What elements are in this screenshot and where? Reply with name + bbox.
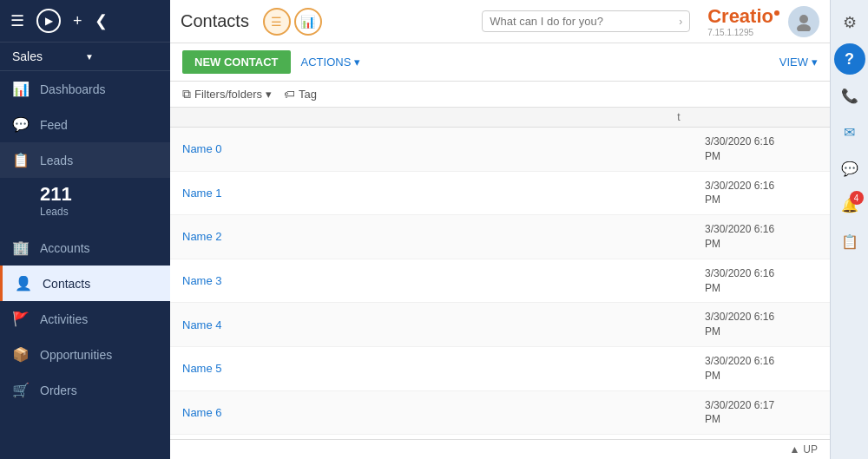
up-arrow-icon: ▲ xyxy=(789,443,799,456)
scroll-up-bar: ▲ UP xyxy=(170,439,830,459)
filter-icon: ⧉ xyxy=(182,87,191,102)
search-box[interactable]: › xyxy=(482,10,690,32)
avatar[interactable] xyxy=(788,6,819,37)
sidebar-item-leads[interactable]: 📋 Leads xyxy=(0,142,170,178)
list-button[interactable]: 📋 xyxy=(834,226,865,257)
col-t-header: t xyxy=(653,111,705,123)
sidebar-item-accounts[interactable]: 🏢 Accounts xyxy=(0,230,170,266)
main-content: Contacts ☰ 📊 › Creatio 7.15.1.1295 NEW C… xyxy=(170,0,830,459)
filter-chevron-icon: ▾ xyxy=(266,88,272,101)
row-date: 3/30/2020 6:17PM xyxy=(705,398,818,428)
collapse-button[interactable]: ❮ xyxy=(95,11,108,30)
hamburger-button[interactable]: ☰ xyxy=(10,11,24,30)
right-panel: ⚙ ? 📞 ✉ 💬 🔔 4 📋 xyxy=(830,0,868,459)
add-button[interactable]: + xyxy=(73,12,82,30)
table-header: t xyxy=(170,108,830,128)
sidebar-item-contacts[interactable]: 👤 Contacts xyxy=(0,266,170,301)
svg-point-1 xyxy=(797,24,811,31)
filters-label: Filters/folders xyxy=(194,88,262,101)
view-button[interactable]: VIEW ▾ xyxy=(779,56,818,69)
row-name: Name 6 xyxy=(182,406,653,419)
filterbar: ⧉ Filters/folders ▾ 🏷 Tag xyxy=(170,82,830,108)
row-name: Name 0 xyxy=(182,142,653,155)
sidebar-item-label: Feed xyxy=(40,118,68,132)
phone-button[interactable]: 📞 xyxy=(834,80,865,111)
creatio-logo: Creatio 7.15.1.1295 xyxy=(707,5,779,37)
chart-view-button[interactable]: 📊 xyxy=(294,8,322,36)
table-row[interactable]: Name 0 3/30/2020 6:16PM xyxy=(170,128,830,172)
mail-button[interactable]: ✉ xyxy=(834,116,865,148)
view-chevron-icon: ▾ xyxy=(812,56,818,69)
tag-icon: 🏷 xyxy=(284,88,295,101)
contacts-icon: 👤 xyxy=(15,275,32,292)
row-name: Name 3 xyxy=(182,274,653,287)
row-name: Name 4 xyxy=(182,318,653,331)
row-date: 3/30/2020 6:16PM xyxy=(705,310,818,339)
row-date: 3/30/2020 6:16PM xyxy=(705,134,818,164)
feed-icon: 💬 xyxy=(12,116,30,133)
sidebar: ☰ ▶ + ❮ Sales ▼ 📊 Dashboards 💬 Feed 📋 Le… xyxy=(0,0,170,459)
page-title: Contacts xyxy=(181,11,249,31)
topbar: Contacts ☰ 📊 › Creatio 7.15.1.1295 xyxy=(170,0,830,43)
help-button[interactable]: ? xyxy=(834,43,865,75)
row-name: Name 2 xyxy=(182,230,653,243)
dashboards-icon: 📊 xyxy=(12,81,30,97)
sidebar-item-label: Opportunities xyxy=(40,348,112,362)
play-button[interactable]: ▶ xyxy=(36,9,61,33)
opportunities-icon: 📦 xyxy=(12,346,30,363)
sidebar-item-label: Orders xyxy=(40,384,77,397)
table-row[interactable]: Name 5 3/30/2020 6:16PM xyxy=(170,347,830,391)
sales-label: Sales xyxy=(12,49,85,63)
notify-button[interactable]: 🔔 4 xyxy=(834,189,865,220)
table-row[interactable]: Name 2 3/30/2020 6:16PM xyxy=(170,215,830,259)
logo-text: Creatio xyxy=(707,5,779,28)
sales-section[interactable]: Sales ▼ xyxy=(0,43,170,71)
view-label: VIEW xyxy=(779,56,808,69)
notify-badge: 4 xyxy=(850,191,864,205)
actionbar: NEW CONTACT ACTIONS ▾ VIEW ▾ xyxy=(170,43,830,82)
sidebar-item-feed[interactable]: 💬 Feed xyxy=(0,107,170,142)
sidebar-item-orders[interactable]: 🛒 Orders xyxy=(0,372,170,408)
table-row[interactable]: Name 4 3/30/2020 6:16PM xyxy=(170,303,830,347)
version-label: 7.15.1.1295 xyxy=(707,28,753,37)
logo-o: o xyxy=(762,5,773,27)
actions-button[interactable]: ACTIONS ▾ xyxy=(301,56,361,69)
chat-button[interactable]: 💬 xyxy=(834,153,865,184)
view-toggle: ☰ 📊 xyxy=(263,8,322,36)
table-row[interactable]: Name 6 3/30/2020 6:17PM xyxy=(170,391,830,436)
leads-badge: 211 Leads xyxy=(0,178,170,230)
leads-count: 211 xyxy=(40,183,158,206)
search-input[interactable] xyxy=(490,15,679,28)
sidebar-top: ☰ ▶ + ❮ xyxy=(0,0,170,43)
actions-label: ACTIONS xyxy=(301,56,352,69)
table-row[interactable]: Name 3 3/30/2020 6:16PM xyxy=(170,259,830,304)
sidebar-item-dashboards[interactable]: 📊 Dashboards xyxy=(0,71,170,107)
new-contact-button[interactable]: NEW CONTACT xyxy=(182,50,291,74)
filters-folders-button[interactable]: ⧉ Filters/folders ▾ xyxy=(182,87,272,102)
chevron-down-icon: ▼ xyxy=(85,52,158,62)
settings-button[interactable]: ⚙ xyxy=(834,7,865,38)
sidebar-nav: 📊 Dashboards 💬 Feed 📋 Leads 211 Leads 🏢 … xyxy=(0,71,170,459)
sidebar-item-opportunities[interactable]: 📦 Opportunities xyxy=(0,337,170,372)
tag-button[interactable]: 🏷 Tag xyxy=(284,88,317,101)
activities-icon: 🚩 xyxy=(12,311,30,327)
row-date: 3/30/2020 6:16PM xyxy=(705,179,818,208)
sidebar-item-label: Contacts xyxy=(43,277,90,291)
row-date: 3/30/2020 6:16PM xyxy=(705,222,818,252)
tag-label: Tag xyxy=(299,88,317,101)
table-body: Name 0 3/30/2020 6:16PM Name 1 3/30/2020… xyxy=(170,128,830,439)
accounts-icon: 🏢 xyxy=(12,239,30,256)
orders-icon: 🛒 xyxy=(12,382,30,398)
leads-badge-label: Leads xyxy=(40,206,158,218)
actions-chevron-icon: ▾ xyxy=(354,56,360,69)
sidebar-item-label: Activities xyxy=(40,312,88,326)
table-row[interactable]: Name 1 3/30/2020 6:16PM xyxy=(170,172,830,216)
scroll-up-button[interactable]: ▲ UP xyxy=(789,443,818,456)
row-name: Name 5 xyxy=(182,362,653,375)
row-date: 3/30/2020 6:16PM xyxy=(705,354,818,384)
sidebar-item-activities[interactable]: 🚩 Activities xyxy=(0,301,170,337)
leads-icon: 📋 xyxy=(12,152,30,168)
svg-point-0 xyxy=(799,15,808,23)
sidebar-item-label: Dashboards xyxy=(40,82,106,96)
list-view-button[interactable]: ☰ xyxy=(263,8,291,36)
